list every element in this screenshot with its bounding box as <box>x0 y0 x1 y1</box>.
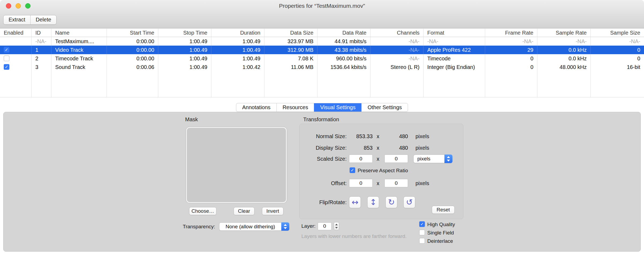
track-cell: 2 <box>32 54 51 63</box>
preserve-aspect-ratio-option[interactable]: ✓ Preserve Aspect Ratio <box>350 167 408 174</box>
mask-clear-button[interactable]: Clear <box>234 207 254 215</box>
window-chrome: Properties for “TestMaximum.mov” Extract… <box>0 0 644 28</box>
scaled-height-input[interactable] <box>384 155 408 163</box>
scaled-unit-dropdown[interactable]: pixels <box>413 155 452 163</box>
column-header[interactable]: Data Rate <box>317 29 370 37</box>
track-row[interactable]: ✓3Sound Track0:00.061:00.491:00.4211.06 … <box>0 63 644 71</box>
track-cell: Integer (Big Endian) <box>424 63 485 71</box>
rotate-counterclockwise-button[interactable]: ↺ <box>403 196 415 208</box>
single-field-option[interactable]: Single Field <box>419 229 454 236</box>
scaled-width-input[interactable] <box>349 155 373 163</box>
track-cell: 323.97 MB <box>264 37 317 46</box>
single-field-checkbox[interactable] <box>419 230 425 235</box>
high-quality-label: High Quality <box>427 222 455 227</box>
tab-other-settings[interactable]: Other Settings <box>361 103 408 112</box>
titlebar[interactable]: Properties for “TestMaximum.mov” <box>0 0 644 12</box>
track-cell: TestMaximum.... <box>51 37 107 46</box>
column-header[interactable]: ID <box>32 29 51 37</box>
track-cell: 1:00.49 <box>211 54 264 63</box>
track-cell: -NA- <box>370 46 424 54</box>
track-cell: 0:00.06 <box>107 63 158 71</box>
layer-label: Layer: <box>301 223 316 229</box>
display-size-width: 853 <box>347 144 373 152</box>
table-header: EnabledIDNameStart TimeStop TimeDuration… <box>0 29 644 37</box>
track-action-buttons: Extract Delete <box>3 15 57 25</box>
extract-button[interactable]: Extract <box>3 15 30 24</box>
track-cell: Sound Track <box>51 63 107 71</box>
track-cell: 1:00.49 <box>158 46 211 54</box>
column-header[interactable]: Name <box>51 29 107 37</box>
flip-vertical-icon: ↕ <box>370 197 376 207</box>
track-row[interactable]: 2Timecode Track0:00.001:00.491:00.497.08… <box>0 54 644 63</box>
preserve-aspect-ratio-checkbox[interactable]: ✓ <box>350 167 355 173</box>
track-row[interactable]: ✓1Video Track0:00.001:00.491:00.49312.90… <box>0 46 644 54</box>
track-cell: Stereo (L R) <box>370 63 424 71</box>
x-separator: x <box>374 144 382 152</box>
flip-horizontal-button[interactable]: ↔ <box>349 196 361 208</box>
delete-button[interactable]: Delete <box>30 15 56 24</box>
transformation-section-title: Transformation <box>303 116 339 123</box>
track-cell: -NA- <box>485 37 537 46</box>
track-cell: 0 <box>591 46 644 54</box>
transparency-dropdown[interactable]: None (allow dithering) <box>219 222 289 231</box>
column-header[interactable]: Enabled <box>0 29 32 37</box>
column-header[interactable]: Duration <box>211 29 264 37</box>
minimize-button[interactable] <box>16 3 21 9</box>
track-cell: 29 <box>485 46 537 54</box>
enabled-cell: ✓ <box>0 46 32 54</box>
track-enabled-checkbox[interactable] <box>4 56 9 61</box>
column-header[interactable]: Sample Size <box>591 29 644 37</box>
track-enabled-checkbox[interactable]: ✓ <box>4 64 9 70</box>
mask-invert-button[interactable]: Invert <box>262 207 283 215</box>
properties-window: Properties for “TestMaximum.mov” Extract… <box>0 0 644 257</box>
x-separator: x <box>374 132 382 141</box>
track-cell: -NA- <box>591 37 644 46</box>
scaled-unit-value: pixels <box>414 156 444 162</box>
tab-visual-settings[interactable]: Visual Settings <box>314 103 361 112</box>
deinterlace-option[interactable]: Deinterlace <box>419 238 453 245</box>
track-cell: 48.000 kHz <box>537 63 591 71</box>
reset-button[interactable]: Reset <box>432 206 455 214</box>
deinterlace-checkbox[interactable] <box>419 238 425 244</box>
column-header[interactable]: Stop Time <box>158 29 211 37</box>
mask-section-title: Mask <box>185 116 198 123</box>
zoom-button[interactable] <box>25 3 31 9</box>
column-header[interactable]: Frame Rate <box>485 29 537 37</box>
offset-y-input[interactable] <box>384 179 408 187</box>
track-cell: 43.38 mbits/s <box>317 46 370 54</box>
display-size-row: Display Size: 853 x 480 pixels <box>299 144 463 152</box>
column-header[interactable]: Sample Rate <box>537 29 591 37</box>
high-quality-option[interactable]: ✓ High Quality <box>419 221 455 228</box>
tab-annotations[interactable]: Annotations <box>236 103 276 112</box>
track-enabled-checkbox[interactable]: ✓ <box>4 47 9 53</box>
offset-x-input[interactable] <box>349 179 373 187</box>
normal-size-row: Normal Size: 853.33 x 480 pixels <box>299 132 463 141</box>
normal-size-height: 480 <box>382 132 408 141</box>
high-quality-checkbox[interactable]: ✓ <box>419 221 425 227</box>
tab-resources[interactable]: Resources <box>276 103 314 112</box>
track-cell: 0 <box>485 54 537 63</box>
enabled-cell: ✓ <box>0 63 32 71</box>
visual-settings-panel: Mask Choose… Clear Invert Transparency: … <box>3 112 641 252</box>
track-cell: -NA- <box>32 37 51 46</box>
rotate-clockwise-button[interactable]: ↻ <box>385 196 397 208</box>
track-cell: Apple ProRes 422 <box>424 46 485 54</box>
offset-unit: pixels <box>415 179 429 188</box>
layer-stepper[interactable] <box>334 222 339 230</box>
column-header[interactable]: Start Time <box>107 29 158 37</box>
preserve-aspect-ratio-label: Preserve Aspect Ratio <box>358 168 408 174</box>
mask-preview-well <box>186 127 287 203</box>
layer-hint: Layers with lower numbers are farther fo… <box>301 233 407 239</box>
track-row[interactable]: -NA-TestMaximum....0:00.001:00.491:00.49… <box>0 37 644 46</box>
close-button[interactable] <box>6 3 11 9</box>
column-header[interactable]: Channels <box>370 29 424 37</box>
column-header[interactable]: Data Size <box>264 29 317 37</box>
track-cell: Video Track <box>51 46 107 54</box>
rotate-clockwise-icon: ↻ <box>388 197 395 207</box>
flip-vertical-button[interactable]: ↕ <box>367 196 379 208</box>
mask-choose-button[interactable]: Choose… <box>189 207 216 215</box>
display-size-height: 480 <box>382 144 408 152</box>
column-header[interactable]: Format <box>424 29 485 37</box>
layer-input[interactable] <box>318 222 332 230</box>
single-field-label: Single Field <box>427 230 454 236</box>
